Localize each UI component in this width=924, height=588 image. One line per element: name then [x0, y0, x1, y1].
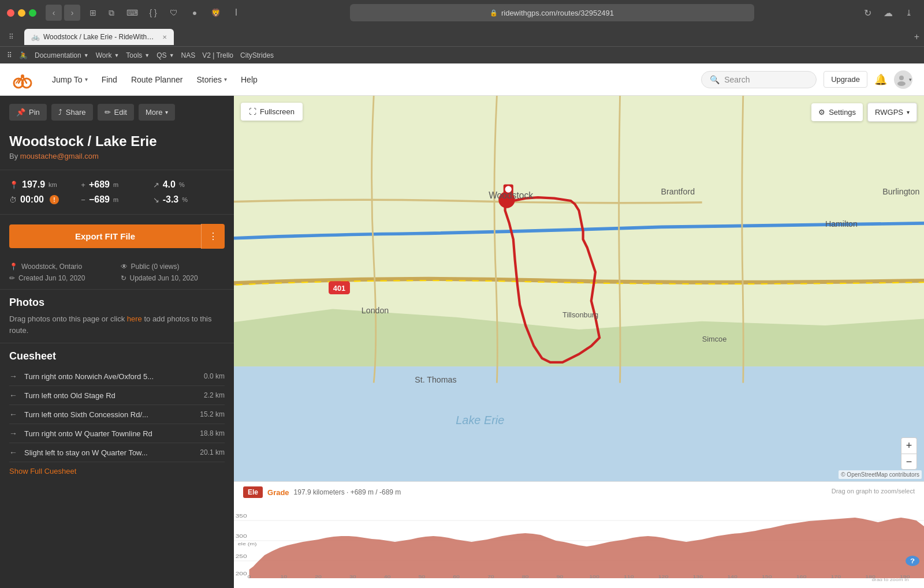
pin-button[interactable]: 📌 Pin	[9, 104, 47, 121]
more-button[interactable]: More ▾	[139, 104, 175, 121]
svg-text:160: 160	[796, 574, 807, 579]
distance-unit: km	[49, 181, 57, 188]
edit-button[interactable]: ✏ Edit	[98, 104, 134, 121]
svg-text:40: 40	[384, 574, 391, 579]
fullscreen-button[interactable]: ⛶ Fullscreen	[241, 103, 303, 121]
devtools-btn[interactable]: { }	[145, 5, 161, 21]
elevation-gain-unit: m	[113, 181, 118, 188]
route-meta: 📍 Woodstock, Ontario 👁 Public (0 views) …	[0, 258, 234, 289]
nav-links: Jump To ▾ Find Route Planner Stories ▾ H…	[46, 72, 701, 88]
notifications-bell-icon[interactable]: 🔔	[874, 73, 887, 86]
nav-stories[interactable]: Stories ▾	[191, 72, 233, 88]
cue-item-0: → Turn right onto Norwich Ave/Oxford 5..…	[9, 367, 225, 386]
min-grade-value: -3.3	[163, 194, 179, 205]
profile-btn[interactable]: I	[228, 5, 244, 21]
avatar-chevron-icon: ▾	[909, 77, 912, 83]
bookmark-qs[interactable]: QS ▼	[157, 51, 174, 59]
stat-time: ⏱ 00:00 !	[9, 192, 81, 207]
elevation-loss-icon: −	[81, 196, 85, 204]
bookmark-documentation[interactable]: Documentation ▼	[35, 51, 89, 59]
share-button[interactable]: ⤴ Share	[51, 104, 93, 121]
zoom-in-button[interactable]: +	[901, 437, 917, 454]
close-window-btn[interactable]	[7, 9, 14, 17]
share-label: Share	[66, 108, 86, 117]
cue-item-3: → Turn right onto W Quarter Townline Rd …	[9, 424, 225, 443]
settings-button[interactable]: ⚙ Settings	[811, 103, 863, 121]
pin-label: Pin	[29, 108, 40, 117]
bookmark-tools-label: Tools	[126, 51, 142, 59]
layer-label: RWGPS	[875, 108, 903, 117]
svg-text:100: 100	[589, 574, 599, 579]
search-placeholder: Search	[724, 75, 750, 84]
panel-actions: 📌 Pin ⤴ Share ✏ Edit More ▾	[0, 96, 234, 129]
bookmark-v2-trello[interactable]: V2 | Trello	[202, 51, 233, 59]
new-tab-btn[interactable]: ⧉	[103, 5, 120, 21]
browser-tabs: ⠿ 🚲 Woodstock / Lake Erie - RideWithGPS …	[0, 25, 924, 46]
svg-text:130: 130	[692, 574, 703, 579]
tab-bar-icons: ⠿	[5, 31, 17, 43]
nav-route-planner[interactable]: Route Planner	[125, 72, 189, 88]
bookmark-citystrides[interactable]: CityStrides	[240, 51, 274, 59]
reload-btn[interactable]: ↻	[859, 5, 875, 21]
lock-icon: 🔒	[490, 9, 498, 17]
shield-btn[interactable]: 🛡	[166, 5, 182, 21]
active-tab[interactable]: 🚲 Woodstock / Lake Erie - RideWithGPS ✕	[24, 29, 174, 45]
zoom-out-button[interactable]: −	[901, 454, 917, 470]
map-container[interactable]: Woodstock London Brantford Tillsonburg S…	[234, 96, 924, 481]
elevation-chart-svg[interactable]: 350 300 250 200 0 10 20 30 40 50 60 70 8…	[234, 500, 924, 581]
svg-text:ele (m): ele (m)	[238, 541, 257, 546]
cue-dist-3: 18.8 km	[200, 429, 225, 437]
address-bar[interactable]: 🔒 ridewithgps.com/routes/32952491	[350, 4, 754, 21]
nav-jump-to[interactable]: Jump To ▾	[46, 72, 94, 88]
tab-close-btn[interactable]: ✕	[162, 34, 167, 40]
svg-text:Hamilton: Hamilton	[825, 219, 858, 229]
back-btn[interactable]: ‹	[46, 5, 62, 21]
cuesheet-title: Cuesheet	[9, 350, 225, 362]
nav-help[interactable]: Help	[235, 72, 263, 88]
minimize-window-btn[interactable]	[18, 9, 25, 17]
elevation-tab[interactable]: Ele	[243, 486, 263, 498]
extensions-btn[interactable]: ⌨	[124, 5, 140, 21]
export-btn-wrap: Export FIT File ⋮	[9, 224, 225, 249]
show-full-cuesheet-link[interactable]: Show Full Cuesheet	[9, 467, 76, 475]
nav-find[interactable]: Find	[96, 72, 123, 88]
photos-section: Photos Drag photos onto this page or cli…	[0, 289, 234, 343]
cloud-sync-btn[interactable]: ☁	[880, 5, 896, 21]
grade-tab[interactable]: Grade	[267, 488, 289, 497]
bookmark-work[interactable]: Work ▼	[96, 51, 120, 59]
wallet-btn[interactable]: ●	[187, 5, 203, 21]
search-icon: 🔍	[710, 75, 720, 84]
nav-search[interactable]: 🔍 Search	[701, 71, 817, 88]
time-icon: ⏱	[9, 196, 17, 204]
main-content: 📌 Pin ⤴ Share ✏ Edit More ▾ Woodstock / …	[0, 96, 924, 588]
cue-arrow-right-3: →	[9, 429, 18, 438]
cue-arrow-left-4: ←	[9, 448, 18, 457]
svg-text:0: 0	[248, 574, 251, 579]
tab-overview-btn[interactable]: ⊞	[85, 5, 101, 21]
maximize-window-btn[interactable]	[29, 9, 36, 17]
svg-text:London: London	[362, 306, 389, 315]
svg-text:80: 80	[522, 574, 529, 579]
save-page-btn[interactable]: ⤓	[901, 5, 917, 21]
cue-item-4: ← Slight left to stay on W Quarter Tow..…	[9, 443, 225, 462]
export-options-button[interactable]: ⋮	[201, 224, 225, 249]
nav-jump-to-label: Jump To	[52, 75, 83, 84]
bookmark-cycling-icon: 🚴	[19, 51, 28, 59]
new-tab-plus-btn[interactable]: +	[914, 32, 919, 42]
export-fit-button[interactable]: Export FIT File	[9, 224, 201, 248]
nav-stories-label: Stories	[196, 75, 222, 84]
brave-btn[interactable]: 🦁	[207, 5, 223, 21]
svg-text:Brantford: Brantford	[661, 187, 695, 196]
layer-select[interactable]: RWGPS ▾	[867, 103, 917, 122]
forward-btn[interactable]: ›	[64, 5, 80, 21]
app-logo[interactable]	[12, 69, 32, 90]
left-panel: 📌 Pin ⤴ Share ✏ Edit More ▾ Woodstock / …	[0, 96, 234, 588]
user-avatar[interactable]: ▾	[894, 70, 912, 89]
upgrade-button[interactable]: Upgrade	[824, 71, 867, 88]
bookmark-tools[interactable]: Tools ▼	[126, 51, 150, 59]
created-text: Created Jun 10, 2020	[18, 274, 85, 282]
photos-here-link[interactable]: here	[127, 314, 142, 323]
bookmark-nas-label: NAS	[181, 51, 196, 59]
author-email[interactable]: moustache@gmail.com	[20, 152, 99, 160]
bookmark-nas[interactable]: NAS	[181, 51, 196, 59]
